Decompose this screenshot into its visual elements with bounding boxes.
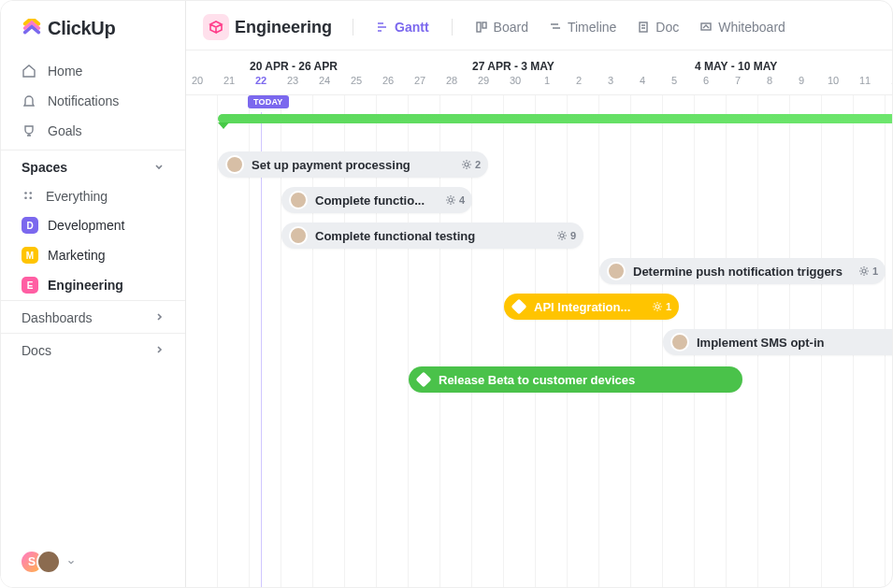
day-label: 1 xyxy=(536,75,558,86)
subtask-count: 1 xyxy=(652,301,671,312)
week-headers: 20 APR - 26 APR27 APR - 3 MAY4 MAY - 10 … xyxy=(186,50,892,75)
avatar xyxy=(36,550,61,574)
tab-whiteboard[interactable]: Whiteboard xyxy=(692,16,793,38)
task-title: Complete functio... xyxy=(315,194,425,208)
svg-rect-5 xyxy=(483,22,486,28)
tab-gantt[interactable]: Gantt xyxy=(368,16,437,38)
task-title: Release Beta to customer devices xyxy=(439,373,635,387)
svg-rect-6 xyxy=(640,22,647,32)
tab-doc[interactable]: Doc xyxy=(629,16,686,38)
chevron-down-icon[interactable] xyxy=(66,553,76,570)
gantt-task[interactable]: Implement SMS opt-in xyxy=(663,329,892,355)
chart-canvas: TODAY Set up payment processing2Complete… xyxy=(186,95,892,587)
dashboards-heading[interactable]: Dashboards xyxy=(1,300,185,333)
day-label: 2 xyxy=(568,75,590,86)
day-label: 22 xyxy=(250,75,272,86)
day-label: 9 xyxy=(790,75,813,86)
space-badge: E xyxy=(22,277,38,294)
sidebar-item-engineering[interactable]: E Engineering xyxy=(1,270,185,300)
subtask-count: 1 xyxy=(858,265,878,277)
logo-icon xyxy=(22,19,42,39)
task-title: Set up payment processing xyxy=(252,158,410,172)
timeline-icon xyxy=(549,21,562,34)
nav-label: Notifications xyxy=(48,93,119,108)
subtask-count: 9 xyxy=(556,230,576,241)
svg-point-12 xyxy=(655,305,659,308)
day-label: 21 xyxy=(218,75,240,86)
chevron-down-icon xyxy=(153,160,165,175)
gantt-task[interactable]: Determine push notification triggers1 xyxy=(599,258,886,284)
week-label: 27 APR - 3 MAY xyxy=(472,60,555,73)
subtask-count: 2 xyxy=(461,159,481,170)
today-badge: TODAY xyxy=(248,95,289,108)
week-label: 20 APR - 26 APR xyxy=(250,60,338,73)
sidebar-item-everything[interactable]: Everything xyxy=(1,182,185,210)
space-badge: D xyxy=(22,217,38,234)
day-label: 8 xyxy=(758,75,781,86)
day-label: 28 xyxy=(440,75,463,86)
nav-goals[interactable]: Goals xyxy=(1,116,185,146)
sidebar-item-marketing[interactable]: M Marketing xyxy=(1,240,185,270)
day-label: 3 xyxy=(599,75,622,86)
day-label: 6 xyxy=(695,75,717,86)
day-label: 26 xyxy=(377,75,399,86)
gantt-task[interactable]: Complete functio...4 xyxy=(281,187,472,213)
sidebar: ClickUp Home Notifications Goals Spaces … xyxy=(1,1,186,587)
day-label: 29 xyxy=(472,75,495,86)
svg-point-10 xyxy=(560,234,564,237)
assignee-avatar xyxy=(607,262,626,280)
svg-point-9 xyxy=(449,198,453,202)
tab-board[interactable]: Board xyxy=(468,16,536,38)
gantt-chart[interactable]: 20 APR - 26 APR27 APR - 3 MAY4 MAY - 10 … xyxy=(186,50,892,587)
task-title: API Integration... xyxy=(534,300,630,314)
gantt-task[interactable]: Set up payment processing2 xyxy=(218,151,488,178)
nav-label: Goals xyxy=(48,123,82,138)
home-icon xyxy=(22,64,36,79)
subtask-count: 4 xyxy=(445,194,465,206)
gantt-task[interactable]: Complete functional testing9 xyxy=(281,222,583,249)
space-chip-icon[interactable] xyxy=(203,14,229,40)
day-label: 27 xyxy=(409,75,431,86)
svg-point-2 xyxy=(24,196,27,199)
day-label: 30 xyxy=(504,75,526,86)
day-label: 25 xyxy=(345,75,367,86)
spaces-heading[interactable]: Spaces xyxy=(1,150,185,182)
gantt-task[interactable]: Release Beta to customer devices xyxy=(409,366,742,393)
main: Engineering Gantt Board Timeline Doc Whi… xyxy=(186,1,892,587)
board-icon xyxy=(475,21,488,34)
docs-heading[interactable]: Docs xyxy=(1,333,185,366)
topbar: Engineering Gantt Board Timeline Doc Whi… xyxy=(186,1,892,50)
svg-point-3 xyxy=(29,196,32,199)
day-label: 20 xyxy=(186,75,209,86)
day-label: 24 xyxy=(313,75,336,86)
day-label: 7 xyxy=(727,75,749,86)
today-line xyxy=(261,112,262,587)
sidebar-item-development[interactable]: D Development xyxy=(1,210,185,240)
logo[interactable]: ClickUp xyxy=(1,1,185,49)
chevron-right-icon xyxy=(153,310,165,325)
day-headers: 2021222324252627282930123456789101112 xyxy=(186,75,892,95)
day-label: 23 xyxy=(281,75,304,86)
day-label: 10 xyxy=(822,75,844,86)
chevron-right-icon xyxy=(153,343,165,358)
gantt-icon xyxy=(376,21,389,34)
day-label: 11 xyxy=(854,75,876,86)
milestone-icon xyxy=(416,372,432,388)
grid-icon xyxy=(22,189,36,204)
assignee-avatar xyxy=(670,333,689,351)
primary-nav: Home Notifications Goals xyxy=(1,49,185,150)
doc-icon xyxy=(637,21,650,34)
task-title: Complete functional testing xyxy=(315,229,475,243)
nav-notifications[interactable]: Notifications xyxy=(1,86,185,116)
whiteboard-icon xyxy=(699,21,713,34)
nav-home[interactable]: Home xyxy=(1,56,185,86)
bell-icon xyxy=(22,93,36,108)
task-title: Implement SMS opt-in xyxy=(697,336,825,350)
svg-rect-4 xyxy=(477,22,481,32)
assignee-avatar xyxy=(225,155,244,174)
avatar-stack[interactable]: S xyxy=(20,550,61,574)
summary-bar[interactable] xyxy=(218,114,892,123)
tab-timeline[interactable]: Timeline xyxy=(541,16,624,38)
gantt-task[interactable]: API Integration...1 xyxy=(504,294,679,320)
trophy-icon xyxy=(22,123,36,138)
